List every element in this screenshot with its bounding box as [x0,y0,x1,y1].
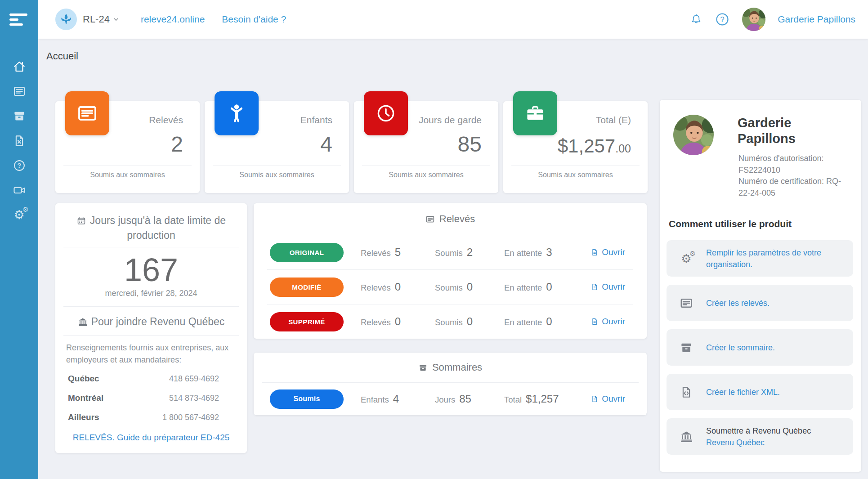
file-text-icon [591,248,599,256]
step-soumettre[interactable]: Soumettre à Revenu Québec Revenu Québec [667,418,853,455]
bank-icon [78,317,88,327]
bell-icon [690,13,702,26]
cell-en-attente: En attente0 [504,315,581,328]
phone-row: Montréal 514 873-4692 [55,389,247,408]
sidebar-item-accueil[interactable] [0,54,38,79]
menu-icon[interactable] [9,13,29,27]
avatar-photo [673,115,714,155]
stat-label: Enfants [300,115,332,125]
contact-note: Renseignements fournis aux entreprises, … [66,342,236,366]
revenu-quebec-link[interactable]: Revenu Québec [706,438,765,447]
deadline-title: Jours jusqu'à la date limite de producti… [55,213,247,243]
stat-value: 2 [171,132,183,157]
stat-footer: Soumis aux sommaires [354,171,498,179]
avatar-photo [742,8,765,31]
status-badge: Soumis [270,389,344,409]
step-creer-releves[interactable]: Créer les relevés. [667,285,853,321]
step-creer-sommaire[interactable]: Créer le sommaire. [667,329,853,366]
step-link[interactable]: Créer le sommaire. [706,343,775,352]
sommaires-panel: Sommaires Soumis Enfants4 Jours85 Total$… [254,353,647,415]
bank-icon [667,430,706,443]
status-badge: MODIFIÉ [270,278,344,297]
phone-list: Québec 418 659-4692 Montréal 514 873-469… [55,369,247,427]
file-text-icon [591,395,599,403]
stat-label: Relevés [149,115,183,125]
videos-icon [13,184,26,197]
table-row-supprime: SUPPRIMÉ Relevés0 Soumis0 En attente0 Ou… [267,304,633,339]
open-link[interactable]: Ouvrir [591,317,625,327]
stat-card-jours: Jours de garde 85 Soumis aux sommaires [354,101,498,193]
briefcase-icon [513,91,557,135]
releves-panel-title: Relevés [262,203,639,235]
account-avatar[interactable] [742,8,765,31]
app-window: ⚙⚙ RL-24 releve24.online Besoin d'aide ?… [0,0,868,479]
help-button[interactable] [715,12,730,27]
divider [63,335,239,336]
sidebar-item-videos[interactable] [0,178,38,202]
releves-panel: Relevés ORIGINAL Relevés5 Soumis2 En att… [254,203,647,339]
open-link[interactable]: Ouvrir [591,282,625,292]
phone-number: 1 800 567-4692 [162,413,219,422]
status-badge: SUPPRIMÉ [270,312,344,331]
chevron-down-icon[interactable] [112,15,120,23]
stat-value: 85 [458,132,482,157]
site-link[interactable]: releve24.online [141,14,205,25]
releve-form-icon [425,215,435,224]
organization-name: Garderie Papillons [738,115,850,147]
deadline-panel: Jours jusqu'à la date limite de producti… [55,203,247,453]
product-selector[interactable]: RL-24 [83,13,110,25]
phone-region: Québec [68,374,99,384]
step-parametres[interactable]: ⚙⚙ Remplir les paramètres de votre organ… [667,240,853,277]
step-creer-xml[interactable]: Créer le fichier XML. [667,374,853,410]
cell-releves: Relevés5 [361,246,435,259]
open-link[interactable]: Ouvrir [591,247,625,257]
cell-soumis: Soumis0 [435,315,504,328]
sidebar-item-parametres[interactable]: ⚙⚙ [0,202,38,227]
stat-label: Total (E) [596,115,631,125]
sommaires-archive-icon [418,363,428,372]
phone-number: 514 873-4692 [169,394,219,403]
open-link[interactable]: Ouvrir [591,394,625,404]
organization-avatar [673,115,714,155]
howto-title: Comment utiliser le produit [669,219,792,229]
step-link[interactable]: Créer le fichier XML. [706,388,780,397]
stat-card-releves: Relevés 2 Soumis aux sommaires [55,101,200,193]
account-name[interactable]: Garderie Papillons [778,14,855,25]
breadcrumb: Accueil [46,50,78,62]
organization-numbers: Numéros d'autorisation: FS2224010 Numéro… [738,153,852,199]
help-badge-icon [13,159,26,172]
table-row-modifie: MODIFIÉ Relevés0 Soumis0 En attente0 Ouv… [267,269,633,304]
sidebar-item-releves[interactable] [0,79,38,103]
status-badge: ORIGINAL [270,243,344,262]
cell-soumis: Soumis0 [435,281,504,293]
contact-title: Pour joindre Revenu Québec [55,316,247,328]
stat-value-cents: .00 [615,142,631,155]
cell-total: Total$1,257 [504,393,581,405]
help-link[interactable]: Besoin d'aide ? [222,14,286,25]
sommaires-archive-icon [667,341,706,354]
step-link[interactable]: Remplir les paramètres de votre organisa… [706,248,821,269]
phone-region: Ailleurs [68,412,99,422]
app-logo[interactable] [55,9,77,30]
step-link[interactable]: Créer les relevés. [706,299,770,308]
sidebar-item-aide[interactable] [0,153,38,178]
releve-form-icon [65,91,109,135]
stat-footer: Soumis aux sommaires [205,171,349,179]
table-row-soumis: Soumis Enfants4 Jours85 Total$1,257 Ouvr… [267,383,633,415]
notifications-button[interactable] [690,13,702,26]
sommaires-panel-title: Sommaires [262,353,639,383]
cell-jours: Jours85 [435,393,504,405]
home-icon [13,60,26,73]
certification-number: Numéro de certification: RQ-22-24-005 [738,176,852,199]
sidebar-item-xml[interactable] [0,128,38,153]
stat-cards-row: Relevés 2 Soumis aux sommaires Enfants 4… [55,101,648,193]
settings-gears-icon: ⚙⚙ [667,253,706,264]
sidebar-item-sommaires[interactable] [0,103,38,128]
guide-link[interactable]: RELEVÉS. Guide du préparateur ED-425 [55,433,247,443]
divider [63,247,239,247]
top-header: RL-24 releve24.online Besoin d'aide ? Ga… [38,0,868,39]
file-text-icon [591,318,599,326]
child-icon [215,91,259,135]
releve-form-icon [667,296,706,310]
divider [63,166,192,166]
